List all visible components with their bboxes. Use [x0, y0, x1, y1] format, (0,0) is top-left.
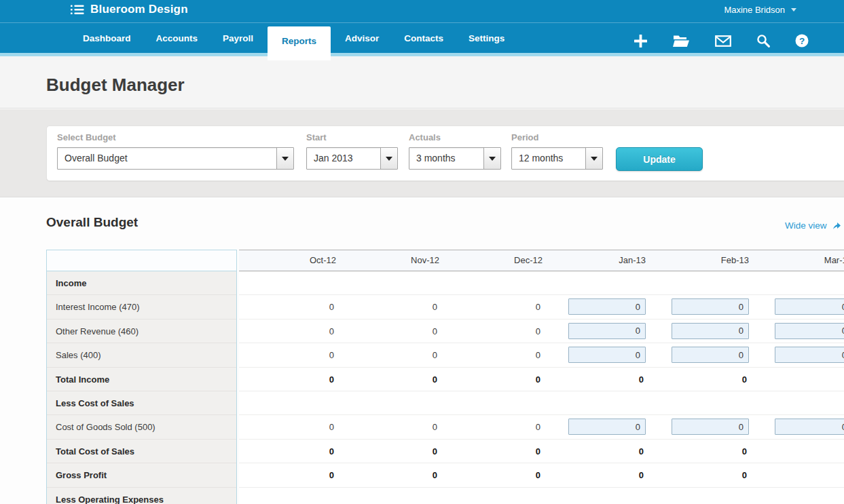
folder-icon[interactable]: [673, 35, 690, 47]
row-label: Gross Profit: [47, 463, 236, 487]
cell-total: 0: [649, 368, 752, 391]
cell-editable: [752, 343, 844, 367]
cell-total: 0: [443, 440, 546, 463]
row-label: Less Cost of Sales: [47, 391, 236, 415]
nav-item-payroll[interactable]: Payroll: [223, 23, 253, 54]
dropdown-arrow-button[interactable]: [483, 148, 500, 169]
wide-view-link[interactable]: Wide view: [785, 220, 841, 231]
update-button[interactable]: Update: [616, 147, 703, 171]
budget-input[interactable]: [568, 323, 646, 339]
nav-item-contacts[interactable]: Contacts: [404, 23, 443, 54]
table-row: 000: [239, 295, 844, 319]
budget-input[interactable]: [672, 347, 749, 363]
period-group: Period 12 months: [511, 132, 603, 170]
cell-total: 0: [340, 463, 443, 487]
chevron-down-icon: [386, 157, 392, 161]
start-value: Jan 2013: [314, 148, 353, 169]
cell-value: 0: [340, 319, 443, 343]
cell-value: 0: [443, 295, 546, 319]
row-label: Total Cost of Sales: [47, 440, 236, 463]
cell-editable: [649, 415, 752, 439]
cell-editable: [752, 319, 844, 343]
budget-input[interactable]: [775, 298, 844, 315]
nav-item-advisor[interactable]: Advisor: [345, 23, 379, 54]
help-icon[interactable]: ?: [795, 34, 809, 47]
filter-band: Select Budget Overall Budget Start Jan 2…: [0, 109, 844, 197]
nav-icons: ?: [634, 28, 809, 54]
budget-input[interactable]: [672, 323, 749, 339]
search-icon[interactable]: [756, 34, 770, 47]
cell-total: 0: [443, 368, 546, 391]
nav-item-accounts[interactable]: Accounts: [156, 23, 198, 54]
budget-label-column: IncomeInterest Income (470)Other Revenue…: [46, 250, 237, 504]
org-menu[interactable]: Blueroom Design: [71, 3, 188, 16]
cell-total: 0: [649, 440, 752, 463]
cell-empty: [752, 440, 844, 463]
column-header: Jan-13: [546, 250, 649, 271]
filter-panel: Select Budget Overall Budget Start Jan 2…: [46, 125, 844, 181]
actuals-dropdown[interactable]: 3 months: [409, 147, 501, 170]
row-label: Total Income: [47, 368, 236, 391]
cell-empty: [546, 488, 649, 504]
cell-total: 0: [340, 440, 443, 463]
cell-editable: [546, 319, 649, 343]
org-name: Blueroom Design: [90, 3, 188, 16]
cell-empty: [649, 271, 752, 294]
period-label: Period: [511, 132, 603, 142]
cell-editable: [546, 343, 649, 367]
nav-item-settings[interactable]: Settings: [469, 23, 504, 54]
nav-item-reports[interactable]: Reports: [268, 26, 331, 60]
user-name: Maxine Bridson: [724, 5, 785, 15]
budget-input[interactable]: [775, 323, 844, 339]
nav-item-dashboard[interactable]: Dashboard: [83, 23, 131, 54]
select-budget-label: Select Budget: [57, 132, 294, 142]
actuals-value: 3 months: [416, 148, 456, 169]
org-list-icon: [71, 4, 84, 16]
row-label: Cost of Goods Sold (500): [47, 415, 236, 439]
dropdown-arrow-button[interactable]: [380, 148, 397, 169]
cell-value: 0: [340, 295, 443, 319]
user-menu[interactable]: Maxine Bridson: [724, 5, 796, 15]
budget-input[interactable]: [775, 347, 844, 363]
column-header: Mar-13: [752, 250, 844, 271]
budget-input[interactable]: [775, 419, 844, 435]
actuals-group: Actuals 3 months: [409, 132, 501, 170]
chevron-down-icon: [489, 157, 496, 161]
start-group: Start Jan 2013: [306, 132, 398, 170]
cell-empty: [546, 391, 649, 414]
cell-value: 0: [239, 295, 340, 319]
start-label: Start: [306, 132, 398, 142]
cell-value: 0: [340, 343, 443, 367]
svg-text:?: ?: [799, 36, 805, 46]
start-dropdown[interactable]: Jan 2013: [306, 147, 398, 170]
cell-total: 0: [340, 368, 443, 391]
budget-input[interactable]: [672, 298, 749, 315]
table-row: [239, 391, 844, 415]
cell-empty: [239, 488, 340, 504]
expand-arrow-icon: [830, 221, 841, 231]
column-header: Dec-12: [443, 250, 546, 271]
budget-input[interactable]: [568, 347, 646, 363]
table-row: 000: [239, 319, 844, 343]
months-header: Oct-12Nov-12Dec-12Jan-13Feb-13Mar-13: [239, 250, 844, 271]
budget-input[interactable]: [672, 419, 749, 435]
budget-input[interactable]: [568, 298, 646, 315]
cell-empty: [752, 271, 844, 294]
cell-editable: [546, 295, 649, 319]
cell-value: 0: [239, 415, 340, 439]
plus-icon[interactable]: [634, 34, 648, 48]
period-dropdown[interactable]: 12 months: [511, 147, 603, 170]
dropdown-arrow-button[interactable]: [585, 148, 602, 169]
cell-total: 0: [546, 440, 649, 463]
table-row: 000: [239, 415, 844, 439]
row-label: Other Revenue (460): [47, 319, 236, 343]
report-title: Overall Budget: [46, 215, 138, 230]
budget-input[interactable]: [568, 419, 646, 435]
cell-total: 0: [443, 463, 546, 487]
mail-icon[interactable]: [715, 35, 731, 47]
table-row: 00000: [239, 440, 844, 463]
select-budget-dropdown[interactable]: Overall Budget: [57, 147, 294, 170]
label-column-header: [47, 250, 236, 271]
cell-value: 0: [239, 343, 340, 367]
dropdown-arrow-button[interactable]: [276, 148, 293, 169]
